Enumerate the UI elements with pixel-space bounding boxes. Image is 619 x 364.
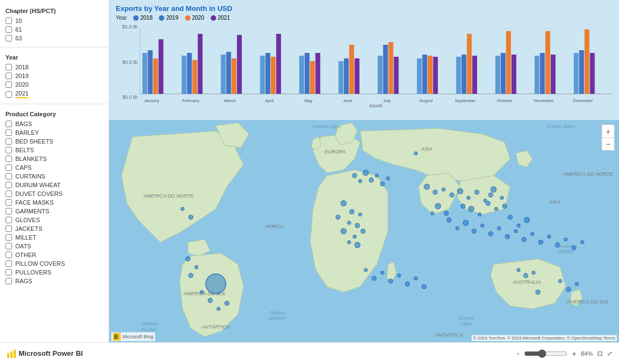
- year-item-2018[interactable]: 2018: [0, 63, 109, 71]
- zoom-plus-label[interactable]: +: [572, 349, 576, 358]
- category-item-gloves[interactable]: GLOVES: [0, 216, 109, 224]
- year-item-2021[interactable]: 2021: [0, 89, 109, 99]
- y-label-2: $0.5 Bi: [116, 59, 138, 65]
- chapter-63-checkbox[interactable]: [5, 35, 12, 41]
- year-2018-label: 2018: [15, 64, 28, 70]
- legend-2021[interactable]: 2021: [211, 15, 230, 21]
- ocean-artico-1: Oceano Ártico: [313, 124, 341, 129]
- category-item-curtains[interactable]: CURTAINS: [0, 172, 109, 181]
- svg-point-99: [502, 204, 507, 208]
- chapter-item-61[interactable]: 61: [0, 25, 109, 34]
- category-checkbox-bags[interactable]: [5, 121, 12, 127]
- legend-2018-dot: [133, 15, 139, 21]
- svg-rect-27: [355, 58, 360, 94]
- ocean-pacifico-1b: Pacífico: [141, 327, 157, 332]
- category-item-duvet-covers[interactable]: DUVET COVERS: [0, 189, 109, 198]
- legend-2019[interactable]: 2019: [159, 15, 178, 21]
- legend-2020[interactable]: 2020: [185, 15, 204, 21]
- category-item-jackets[interactable]: JACKETS: [0, 224, 109, 233]
- category-checkbox-other[interactable]: [5, 252, 12, 258]
- map-panel: + −: [109, 120, 619, 342]
- svg-point-109: [497, 226, 501, 230]
- svg-rect-7: [158, 39, 163, 94]
- svg-point-75: [350, 210, 354, 214]
- year-2020-checkbox[interactable]: [5, 81, 12, 88]
- category-checkbox-durum wheat[interactable]: [5, 182, 12, 188]
- category-label: CAPS: [15, 164, 32, 171]
- category-checkbox-duvet covers[interactable]: [5, 190, 12, 197]
- category-item-other[interactable]: OTHER: [0, 250, 109, 259]
- category-checkbox-pillow covers[interactable]: [5, 260, 12, 267]
- category-checkbox-rags[interactable]: [5, 278, 12, 284]
- category-label: BARLEY: [15, 129, 39, 136]
- footer-controls: - + 84% ⊡ ⤢: [517, 349, 612, 358]
- svg-text:March: March: [224, 98, 236, 103]
- svg-text:August: August: [419, 98, 433, 103]
- svg-point-120: [508, 215, 513, 219]
- year-2019-checkbox[interactable]: [5, 73, 12, 79]
- category-checkbox-jackets[interactable]: [5, 225, 12, 232]
- category-item-pillow-covers[interactable]: PILLOW COVERS: [0, 259, 109, 268]
- legend-2018[interactable]: 2018: [133, 15, 152, 21]
- category-checkbox-belts[interactable]: [5, 147, 12, 153]
- svg-point-107: [481, 224, 484, 227]
- category-checkbox-caps[interactable]: [5, 164, 12, 171]
- chapter-10-checkbox[interactable]: [5, 17, 12, 24]
- legend-2020-label: 2020: [192, 15, 204, 21]
- category-item-bags[interactable]: BAGS: [0, 120, 109, 128]
- category-item-caps[interactable]: CAPS: [0, 163, 109, 172]
- zoom-out-button[interactable]: −: [602, 138, 615, 151]
- svg-point-138: [381, 271, 384, 275]
- chart-legend: Year 2018 2019 2020 202: [116, 15, 612, 21]
- category-checkbox-face masks[interactable]: [5, 199, 12, 206]
- category-item-rags[interactable]: RAGS: [0, 277, 109, 285]
- svg-rect-41: [501, 53, 505, 94]
- chapter-61-checkbox[interactable]: [5, 26, 12, 33]
- year-item-2020[interactable]: 2020: [0, 80, 109, 89]
- category-item-bed-sheets[interactable]: BED SHEETS: [0, 137, 109, 146]
- svg-rect-12: [221, 55, 226, 94]
- legend-2021-label: 2021: [218, 15, 230, 21]
- category-checkbox-gloves[interactable]: [5, 217, 12, 223]
- main-panel: Exports by Year and Month in USD Year 20…: [109, 0, 619, 342]
- svg-point-133: [225, 301, 229, 306]
- y-label-1: $1.0 Bi: [116, 24, 138, 29]
- chapter-item-10[interactable]: 10: [0, 16, 109, 25]
- category-item-durum-wheat[interactable]: DURUM WHEAT: [0, 181, 109, 189]
- year-item-2019[interactable]: 2019: [0, 71, 109, 80]
- category-item-pullovers[interactable]: PULLOVERS: [0, 268, 109, 277]
- category-checkbox-blankets[interactable]: [5, 156, 12, 162]
- category-checkbox-pullovers[interactable]: [5, 269, 12, 276]
- legend-2020-dot: [185, 15, 191, 21]
- category-item-millet[interactable]: MILLET: [0, 233, 109, 242]
- category-item-belts[interactable]: BELTS: [0, 146, 109, 154]
- category-checkbox-barley[interactable]: [5, 129, 12, 136]
- svg-rect-20: [299, 56, 304, 94]
- year-2021-checkbox[interactable]: [5, 91, 12, 98]
- category-item-face-masks[interactable]: FACE MASKS: [0, 198, 109, 207]
- category-checkbox-garments[interactable]: [5, 208, 12, 214]
- zoom-slider[interactable]: [524, 349, 568, 358]
- category-item-barley[interactable]: BARLEY: [0, 128, 109, 137]
- category-item-oats[interactable]: OATS: [0, 242, 109, 250]
- svg-point-136: [364, 268, 367, 272]
- category-label: GLOVES: [15, 217, 40, 223]
- category-checkbox-curtains[interactable]: [5, 173, 12, 180]
- fullscreen-icon[interactable]: ⤢: [607, 350, 612, 357]
- category-checkbox-oats[interactable]: [5, 243, 12, 249]
- svg-rect-23: [316, 53, 320, 94]
- zoom-minus-label[interactable]: -: [517, 349, 520, 358]
- category-item-blankets[interactable]: BLANKETS: [0, 154, 109, 163]
- svg-point-103: [447, 218, 451, 222]
- zoom-in-button[interactable]: +: [602, 124, 615, 138]
- category-checkbox-bed sheets[interactable]: [5, 138, 12, 145]
- fit-page-icon[interactable]: ⊡: [597, 350, 603, 357]
- svg-point-140: [397, 274, 401, 277]
- category-checkbox-millet[interactable]: [5, 234, 12, 241]
- year-title: Year: [0, 51, 109, 63]
- year-2018-checkbox[interactable]: [5, 64, 12, 70]
- chapter-item-63[interactable]: 63: [0, 34, 109, 43]
- category-item-garments[interactable]: GARMENTS: [0, 207, 109, 216]
- year-2020-label: 2020: [15, 81, 28, 88]
- svg-rect-40: [495, 56, 500, 94]
